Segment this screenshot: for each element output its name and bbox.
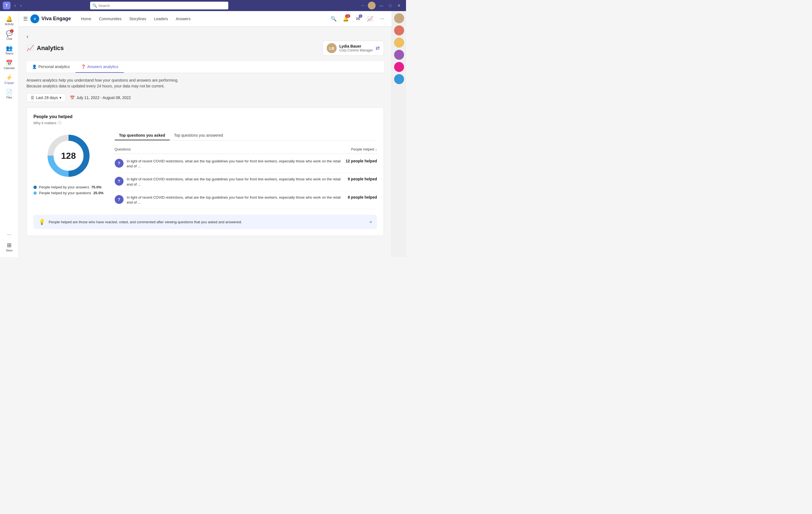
user-info: Lydia Bauer Corp Comms Manager (339, 44, 373, 52)
main-layout: 🔔 Activity 💬 Chat 1 👥 Teams 📅 Calender ⚡… (0, 11, 406, 257)
user-name: Lydia Bauer (339, 44, 373, 48)
right-panel-avatar-5[interactable] (394, 74, 404, 84)
people-helped-card: People you helped Why it matters ⓘ (27, 107, 384, 236)
svg-point-11 (394, 50, 404, 60)
legend-item-answers: People helped by your answers 75.0% (33, 185, 104, 189)
analytics-description: Answers analytics help you understand ho… (27, 78, 384, 89)
info-icon[interactable]: ⓘ (58, 120, 62, 125)
search-input[interactable] (90, 2, 228, 9)
more-options-button[interactable]: ··· (360, 2, 366, 8)
nav-communities[interactable]: Communities (96, 15, 125, 23)
search-button[interactable]: 🔍 (329, 14, 339, 24)
user-avatar-title[interactable] (368, 2, 376, 9)
people-count: 9 people helped (348, 177, 377, 181)
tab-top-questions-asked[interactable]: Top questions you asked (115, 131, 170, 140)
sidebar-item-activity[interactable]: 🔔 Activity (0, 13, 19, 28)
chart-section: 128 People helped by your answers 75.0% … (33, 131, 104, 209)
right-panel-avatar-0[interactable] (394, 13, 404, 23)
sidebar-item-files[interactable]: 📄 Files (0, 87, 19, 101)
hamburger-button[interactable]: ☰ (23, 16, 28, 22)
right-panel-avatar-4[interactable] (394, 62, 404, 72)
nav-leaders[interactable]: Leaders (151, 15, 171, 23)
tab-answers-analytics[interactable]: ❓ Answers analytics (76, 61, 124, 73)
title-bar: T ‹ › 🔍 ··· — □ ✕ (0, 0, 406, 11)
question-text: In light of recent COVID restrictions, w… (127, 177, 345, 187)
nav-storylines[interactable]: Storylines (126, 15, 149, 23)
svg-point-13 (394, 74, 404, 84)
legend-item-questions: People helped by your questions 25.0% (33, 191, 104, 195)
top-nav-links: Home Communities Storylines Leaders Answ… (78, 15, 194, 23)
table-tabs: Top questions you asked Top questions yo… (115, 131, 377, 140)
sidebar-item-calendar[interactable]: 📅 Calender (0, 57, 19, 72)
table-row: ? In light of recent COVID restrictions,… (115, 155, 377, 173)
people-helped-content: 128 People helped by your answers 75.0% … (33, 131, 377, 209)
right-panel-avatar-1[interactable] (394, 25, 404, 35)
app-logo: V Viva Engage (30, 15, 71, 23)
sidebar-item-teams[interactable]: 👥 Teams (0, 43, 19, 57)
engage-icon: ⚡ (6, 74, 13, 81)
footer-note: 💡 People helped are those who have react… (33, 215, 377, 229)
sidebar-item-chat[interactable]: 💬 Chat 1 (0, 28, 19, 43)
collapse-note-button[interactable]: « (370, 219, 372, 224)
maximize-button[interactable]: □ (386, 1, 395, 10)
chart-legend: People helped by your answers 75.0% Peop… (33, 185, 104, 195)
sidebar-item-engage[interactable]: ⚡ Engage (0, 72, 19, 87)
period-filter-button[interactable]: ☰ Last 28 days ▾ (27, 93, 65, 102)
filter-icon: ☰ (31, 96, 34, 100)
card-subtitle: Why it matters ⓘ (33, 120, 377, 125)
svg-point-8 (394, 13, 404, 23)
viva-engage-logo: V (30, 15, 39, 23)
more-button[interactable]: ··· (377, 14, 387, 24)
sidebar-item-label: Chat (6, 37, 12, 40)
notifications-button[interactable]: 🔔 12 (341, 14, 351, 24)
minimize-button[interactable]: — (377, 1, 385, 10)
teams-icon: 👥 (6, 45, 13, 51)
svg-text:LB: LB (329, 46, 334, 51)
nav-back-forward: ‹ › (13, 2, 24, 8)
question-icon: ? (115, 159, 123, 168)
svg-point-12 (394, 62, 404, 72)
nav-actions: 🔍 🔔 12 ✉ 5 📈 ··· (329, 14, 387, 24)
table-row: ? In light of recent COVID restrictions,… (115, 173, 377, 191)
people-count: 12 people helped (346, 159, 377, 163)
sidebar-item-label: Teams (5, 52, 13, 55)
page-content: ‹ 📈 Analytics LB Lydia Bauer Corp Comms … (19, 27, 392, 257)
messages-button[interactable]: ✉ 5 (353, 14, 363, 24)
page-title: Analytics (37, 45, 64, 52)
personal-analytics-icon: 👤 (32, 64, 37, 69)
right-panel-avatar-2[interactable] (394, 37, 404, 48)
nav-answers[interactable]: Answers (172, 15, 194, 23)
analytics-tabs: 👤 Personal analytics ❓ Answers analytics (27, 61, 384, 73)
sidebar-item-label: Engage (4, 81, 14, 84)
answers-analytics-icon: ❓ (81, 64, 86, 69)
close-button[interactable]: ✕ (395, 1, 403, 10)
calendar-icon: 📅 (70, 96, 75, 100)
user-avatar: LB (327, 43, 337, 53)
sidebar-item-label: Calender (4, 67, 15, 70)
sidebar-item-store[interactable]: ⊞ Store (6, 240, 13, 254)
card-title: People you helped (33, 114, 377, 119)
app-name: Viva Engage (41, 16, 71, 22)
legend-val-questions: 25.0% (93, 191, 104, 195)
sort-icon[interactable]: ↓ (375, 147, 377, 151)
date-range: 📅 July 11, 2022 - August 08, 2022 (70, 96, 131, 100)
analytics-title-icon: 📈 (27, 45, 34, 52)
analytics-button[interactable]: 📈 (365, 14, 375, 24)
forward-button[interactable]: › (19, 2, 23, 8)
tab-personal-analytics[interactable]: 👤 Personal analytics (27, 61, 76, 73)
table-section: Top questions you asked Top questions yo… (115, 131, 377, 209)
right-panel-avatar-3[interactable] (394, 50, 404, 60)
back-button[interactable]: ‹ (27, 33, 28, 39)
svg-text:V: V (34, 17, 36, 21)
switch-user-button[interactable]: ⇄ (376, 45, 380, 51)
sidebar-more-button[interactable]: ··· (7, 232, 11, 237)
filters-row: ☰ Last 28 days ▾ 📅 July 11, 2022 - Augus… (27, 93, 384, 102)
tab-top-questions-answered[interactable]: Top questions you answered (170, 131, 228, 140)
user-pill: LB Lydia Bauer Corp Comms Manager ⇄ (322, 40, 384, 56)
messages-badge: 5 (359, 15, 362, 18)
user-role: Corp Comms Manager (339, 48, 373, 52)
back-button[interactable]: ‹ (13, 2, 18, 8)
nav-home[interactable]: Home (78, 15, 94, 23)
table-row: ? In light of recent COVID restrictions,… (115, 191, 377, 209)
sidebar-nav: 🔔 Activity 💬 Chat 1 👥 Teams 📅 Calender ⚡… (0, 11, 19, 257)
